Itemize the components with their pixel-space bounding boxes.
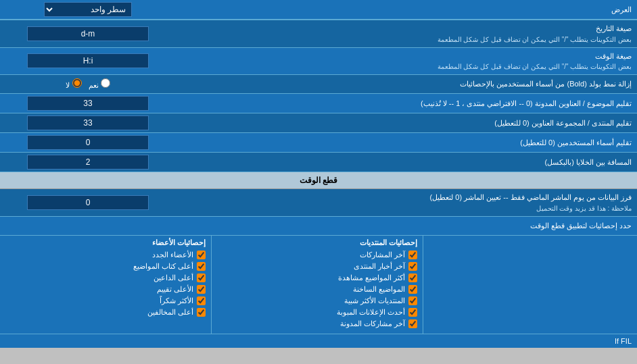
- spacing-input[interactable]: [27, 155, 149, 170]
- new-members-checkbox[interactable]: [197, 251, 206, 259]
- hot-topics-label: المواضيع الساخنة: [353, 285, 405, 294]
- date-format-title: صيغة التاريخ: [181, 23, 632, 34]
- latest-ads-item: أحدث الإعلانات المبوبة: [217, 308, 417, 317]
- top-rated-label: الأعلى تقييم: [157, 285, 193, 294]
- forum-group-input-cell: [0, 113, 176, 132]
- most-thanked-checkbox[interactable]: [197, 296, 206, 305]
- most-viewed-checkbox[interactable]: [408, 274, 417, 282]
- hot-topics-item: المواضيع الساخنة: [217, 285, 417, 294]
- filter-input[interactable]: [27, 195, 149, 210]
- latest-ads-checkbox[interactable]: [408, 308, 417, 317]
- top-referrers-label: أعلى الداعين: [154, 274, 193, 282]
- top-referrers-checkbox[interactable]: [197, 274, 206, 282]
- most-thanked-item: الأكثر شكراً: [5, 296, 206, 305]
- most-thanked-label: الأكثر شكراً: [160, 296, 193, 305]
- hot-topics-checkbox[interactable]: [408, 285, 417, 294]
- time-format-title: صيغة الوقت: [181, 51, 632, 62]
- top-ignored-checkbox[interactable]: [197, 308, 206, 317]
- bottom-text: If FIL: [615, 337, 632, 345]
- most-viewed-label: أكثر المواضيع مشاهدة: [338, 274, 405, 282]
- last-tracked-label: آخر مشاركات المدونة: [340, 319, 405, 328]
- top-ignored-label: أعلى المخالفين: [147, 308, 193, 317]
- forum-group-label: تقليم المنتدى / المجموعة العناوين (0 للت…: [176, 115, 637, 132]
- forum-news-item: آخر أخبار المنتدى: [217, 262, 417, 271]
- bold-remove-label: إزالة نمط بولد (Bold) من أسماء المستخدمي…: [176, 76, 637, 93]
- date-format-input-cell: [0, 24, 176, 43]
- last-tracked-item: آخر مشاركات المدونة: [217, 319, 417, 328]
- time-format-row: صيغة الوقت بعض التكوينات يتطلب "/" التي …: [0, 48, 637, 76]
- filter-main-label: فرز البيانات من يوم الماشر الماضي فقط --…: [181, 192, 632, 203]
- popular-forums-item: المنتديات الأكثر شبية: [217, 296, 417, 305]
- last-posts-checkbox[interactable]: [408, 251, 417, 259]
- bold-radio-no[interactable]: [72, 78, 82, 88]
- forum-news-label: آخر أخبار المنتدى: [354, 262, 405, 271]
- bold-radio-yes-text: نعم: [89, 81, 99, 89]
- stats-limit-col: [423, 236, 637, 334]
- bold-radio-group: نعم لا: [66, 78, 110, 90]
- top-posters-checkbox[interactable]: [197, 262, 206, 271]
- members-stats-header: إحصائيات الأعضاء: [5, 238, 206, 247]
- top-rated-item: الأعلى تقييم: [5, 285, 206, 294]
- forum-subject-label: تقليم الموضوع / العناوين المدونة (0 -- ا…: [176, 95, 637, 112]
- display-row: العرض سطر واحد سطران ثلاثة أسطر: [0, 0, 637, 20]
- usernames-input[interactable]: [27, 135, 149, 150]
- top-posters-item: أعلى كتاب المواضيع: [5, 262, 206, 271]
- time-format-input[interactable]: [27, 53, 149, 68]
- new-members-item: الأعضاء الجدد: [5, 251, 206, 259]
- bold-radio-no-label[interactable]: لا: [66, 78, 81, 90]
- date-format-row: صيغة التاريخ بعض التكوينات يتطلب "/" الت…: [0, 20, 637, 48]
- posts-stats-col: إحصائيات المنتديات آخر المشاركات آخر أخب…: [211, 236, 423, 334]
- display-select[interactable]: سطر واحد سطران ثلاثة أسطر: [44, 2, 132, 17]
- popular-forums-label: المنتديات الأكثر شبية: [344, 296, 405, 305]
- last-tracked-checkbox[interactable]: [408, 319, 417, 328]
- display-label: العرض: [176, 1, 637, 18]
- bold-radio-no-text: لا: [66, 81, 70, 89]
- most-viewed-item: أكثر المواضيع مشاهدة: [217, 274, 417, 282]
- forum-subject-row: تقليم الموضوع / العناوين المدونة (0 -- ا…: [0, 94, 637, 113]
- spacing-row: المسافة بين الخلايا (بالبكسل): [0, 153, 637, 172]
- filter-row: فرز البيانات من يوم الماشر الماضي فقط --…: [0, 189, 637, 217]
- date-format-label: صيغة التاريخ بعض التكوينات يتطلب "/" الت…: [176, 20, 637, 47]
- bold-radio-yes[interactable]: [101, 78, 110, 88]
- limit-label: حدد إحصائيات لتطبيق قطع الوقت: [0, 219, 637, 233]
- time-format-sublabel: بعض التكوينات يتطلب "/" التي يمكن ان تضا…: [181, 61, 632, 72]
- display-select-cell: سطر واحد سطران ثلاثة أسطر: [0, 0, 176, 19]
- popular-forums-checkbox[interactable]: [408, 296, 417, 305]
- latest-ads-label: أحدث الإعلانات المبوبة: [337, 308, 405, 317]
- cutoff-section-header-row: قطع الوقت: [0, 172, 637, 189]
- usernames-label: تقليم أسماء المستخدمين (0 للتعطيل): [176, 134, 637, 151]
- members-stats-col: إحصائيات الأعضاء الأعضاء الجدد أعلى كتاب…: [0, 236, 211, 334]
- forum-subject-input-cell: [0, 94, 176, 113]
- filter-label: فرز البيانات من يوم الماشر الماضي فقط --…: [176, 189, 637, 216]
- forum-group-input[interactable]: [27, 115, 149, 130]
- forum-group-row: تقليم المنتدى / المجموعة العناوين (0 للت…: [0, 113, 637, 133]
- spacing-label: المسافة بين الخلايا (بالبكسل): [176, 154, 637, 171]
- bold-radio-yes-label[interactable]: نعم: [89, 78, 110, 90]
- date-format-input[interactable]: [27, 26, 149, 41]
- bold-remove-row: إزالة نمط بولد (Bold) من أسماء المستخدمي…: [0, 75, 637, 94]
- bottom-text-row: If FIL: [0, 334, 637, 348]
- top-referrers-item: أعلى الداعين: [5, 274, 206, 282]
- time-format-input-cell: [0, 51, 176, 70]
- forum-news-checkbox[interactable]: [408, 262, 417, 271]
- new-members-label: الأعضاء الجدد: [152, 251, 193, 259]
- last-posts-item: آخر المشاركات: [217, 251, 417, 259]
- top-rated-checkbox[interactable]: [197, 285, 206, 294]
- time-format-label: صيغة الوقت بعض التكوينات يتطلب "/" التي …: [176, 48, 637, 75]
- forum-subject-input[interactable]: [27, 96, 149, 111]
- top-posters-label: أعلى كتاب المواضيع: [133, 262, 193, 271]
- usernames-row: تقليم أسماء المستخدمين (0 للتعطيل): [0, 133, 637, 153]
- bold-remove-input-cell: نعم لا: [0, 76, 176, 92]
- usernames-input-cell: [0, 133, 176, 152]
- last-posts-label: آخر المشاركات: [360, 251, 405, 259]
- posts-stats-header: إحصائيات المنتديات: [217, 238, 417, 247]
- checkboxes-section: إحصائيات المنتديات آخر المشاركات آخر أخب…: [0, 236, 637, 334]
- cutoff-section-title: قطع الوقت: [0, 172, 637, 188]
- filter-input-cell: [0, 193, 176, 212]
- date-format-sublabel: بعض التكوينات يتطلب "/" التي يمكن ان تضا…: [181, 34, 632, 45]
- main-container: العرض سطر واحد سطران ثلاثة أسطر صيغة الت…: [0, 0, 637, 348]
- top-ignored-item: أعلى المخالفين: [5, 308, 206, 317]
- spacing-input-cell: [0, 153, 176, 172]
- limit-row: حدد إحصائيات لتطبيق قطع الوقت: [0, 217, 637, 236]
- filter-note-label: ملاحظة : هذا قد يزيد وقت التحميل: [181, 203, 632, 213]
